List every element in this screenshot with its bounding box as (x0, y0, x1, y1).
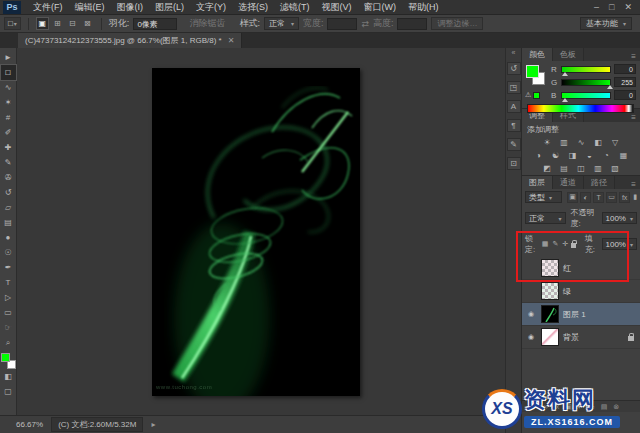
vibrance-icon[interactable]: ▽ (609, 137, 622, 148)
properties-panel-icon[interactable]: ◳ (507, 81, 521, 94)
swap-dimensions-icon[interactable]: ⇄ (361, 19, 369, 29)
height-input[interactable] (397, 18, 427, 30)
width-input[interactable] (327, 18, 357, 30)
color-swatch-group[interactable] (1, 353, 16, 369)
tab-close-icon[interactable]: ✕ (228, 36, 235, 45)
feather-input[interactable]: 0像素 (133, 18, 177, 30)
visibility-toggle[interactable]: ◉ (525, 333, 537, 341)
shape-tool[interactable]: ▭ (1, 305, 16, 320)
refine-edge-button[interactable]: 调整边缘… (431, 17, 483, 30)
tab-color[interactable]: 颜色 (522, 48, 553, 61)
invert-icon[interactable]: ◩ (541, 163, 554, 174)
eraser-tool[interactable]: ▱ (1, 200, 16, 215)
status-menu-icon[interactable]: ▸ (151, 420, 155, 429)
layer-row-layer1[interactable]: ◉ 图层 1 (522, 303, 640, 326)
gamut-warning[interactable]: ⚠ (525, 91, 540, 99)
filter-type-icon[interactable]: T (593, 192, 604, 203)
hue-saturation-icon[interactable]: ◑ (532, 150, 545, 161)
quick-selection-tool[interactable]: ✶ (1, 95, 16, 110)
menu-item[interactable]: 文字(Y) (190, 0, 232, 15)
type-tool[interactable]: T (1, 275, 16, 290)
collapse-panels-icon[interactable]: « (512, 49, 516, 56)
menu-item[interactable]: 图层(L) (149, 0, 190, 15)
lock-pixels-icon[interactable]: ✎ (552, 240, 558, 248)
layer-row-red[interactable]: 红 (522, 257, 640, 280)
panel-menu-icon[interactable]: ≡ (631, 113, 640, 122)
foreground-color-swatch[interactable] (1, 353, 10, 362)
green-value[interactable]: 255 (614, 77, 636, 87)
history-brush-tool[interactable]: ↺ (1, 185, 16, 200)
fill-select[interactable]: 100% ▾ (602, 238, 637, 250)
crop-tool[interactable]: # (1, 110, 16, 125)
tab-channels[interactable]: 通道 (553, 176, 584, 189)
layer-thumbnail[interactable] (541, 305, 559, 323)
antialias-checkbox-label[interactable]: 消除锯齿 (189, 17, 225, 30)
new-selection-button[interactable]: ▣ (36, 17, 49, 30)
brush-tool[interactable]: ✎ (1, 155, 16, 170)
photo-filter-icon[interactable]: ◒ (583, 150, 596, 161)
foreground-color-well[interactable] (526, 65, 539, 78)
black-white-icon[interactable]: ◨ (566, 150, 579, 161)
close-button[interactable]: ✕ (624, 2, 632, 12)
menu-item[interactable]: 滤镜(T) (274, 0, 316, 15)
filter-adjustment-icon[interactable]: ◐ (580, 192, 591, 203)
eyedropper-tool[interactable]: ✐ (1, 125, 16, 140)
filter-toggle-icon[interactable]: ▮ (633, 193, 637, 201)
lock-position-icon[interactable]: ✛ (562, 240, 568, 248)
color-spectrum-ramp[interactable] (527, 104, 634, 113)
history-panel-icon[interactable]: ↺ (507, 62, 521, 75)
zoom-tool[interactable]: ⌕ (1, 335, 16, 350)
filter-group-icon[interactable]: ▭ (606, 192, 617, 203)
move-tool[interactable]: ► (1, 50, 16, 65)
layer-thumbnail[interactable] (541, 328, 559, 346)
layer-row-green[interactable]: 绿 (522, 280, 640, 303)
tab-layers[interactable]: 图层 (522, 176, 553, 189)
menu-item[interactable]: 视图(V) (316, 0, 358, 15)
exposure-icon[interactable]: ◧ (592, 137, 605, 148)
filter-effects-icon[interactable]: fx (619, 192, 630, 203)
selective-color-icon[interactable]: ▧ (609, 163, 622, 174)
red-value[interactable]: 0 (614, 64, 636, 74)
document-canvas[interactable] (152, 68, 360, 396)
layer-name[interactable]: 红 (563, 263, 571, 274)
panel-menu-icon[interactable]: ≡ (631, 52, 640, 61)
channel-mixer-icon[interactable]: ◔ (600, 150, 613, 161)
menu-item[interactable]: 窗口(W) (358, 0, 403, 15)
healing-brush-tool[interactable]: ✚ (1, 140, 16, 155)
tool-preset-picker[interactable]: □ ▾ (4, 17, 21, 30)
menu-item[interactable]: 图像(I) (111, 0, 150, 15)
menu-item[interactable]: 帮助(H) (402, 0, 445, 15)
workspace-switcher[interactable]: 基本功能 ▾ (580, 17, 632, 30)
color-lookup-icon[interactable]: ▦ (617, 150, 630, 161)
menu-item[interactable]: 编辑(E) (69, 0, 111, 15)
gradient-tool[interactable]: ▤ (1, 215, 16, 230)
clone-stamp-tool[interactable]: ✇ (1, 170, 16, 185)
red-slider[interactable] (561, 66, 611, 73)
blur-tool[interactable]: ● (1, 230, 16, 245)
layer-name[interactable]: 绿 (563, 286, 571, 297)
rectangular-marquee-tool[interactable]: □ (1, 65, 16, 80)
tab-swatches[interactable]: 色板 (553, 48, 584, 61)
menu-item[interactable]: 文件(F) (27, 0, 69, 15)
layer-thumbnail[interactable] (541, 259, 559, 277)
tab-paths[interactable]: 路径 (584, 176, 615, 189)
lasso-tool[interactable]: ∿ (1, 80, 16, 95)
layer-thumbnail[interactable] (541, 282, 559, 300)
filter-pixel-icon[interactable]: ▣ (567, 192, 578, 203)
blend-mode-select[interactable]: 正常 ▾ (525, 212, 566, 224)
layer-row-background[interactable]: ◉ 背景 (522, 326, 640, 349)
brush-panel-icon[interactable]: ✎ (507, 138, 521, 151)
subtract-selection-button[interactable]: ⊟ (66, 17, 79, 30)
panel-menu-icon[interactable]: ≡ (631, 180, 640, 189)
layer-name[interactable]: 图层 1 (563, 309, 586, 320)
minimize-button[interactable]: – (594, 2, 599, 12)
quick-mask-button[interactable]: ◧ (1, 369, 16, 384)
opacity-select[interactable]: 100% ▾ (602, 212, 637, 224)
screen-mode-button[interactable]: ▢ (1, 384, 16, 399)
maximize-button[interactable]: □ (609, 2, 614, 12)
websafe-color-cube[interactable] (533, 92, 540, 99)
layer-name[interactable]: 背景 (563, 332, 579, 343)
add-selection-button[interactable]: ⊞ (51, 17, 64, 30)
character-panel-icon[interactable]: A (507, 100, 521, 113)
intersect-selection-button[interactable]: ⊠ (81, 17, 94, 30)
